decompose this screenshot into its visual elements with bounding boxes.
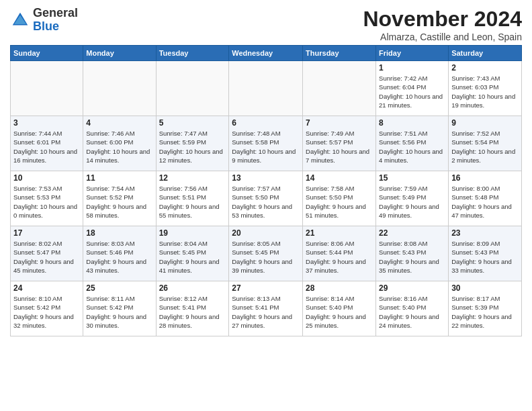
calendar-week-5: 24Sunrise: 8:10 AM Sunset: 5:42 PM Dayli…	[11, 281, 522, 336]
logo: General Blue	[10, 7, 78, 34]
day-number: 6	[232, 118, 300, 128]
calendar-cell: 25Sunrise: 8:11 AM Sunset: 5:42 PM Dayli…	[83, 281, 156, 336]
day-number: 14	[306, 173, 373, 183]
calendar-week-2: 3Sunrise: 7:44 AM Sunset: 6:01 PM Daylig…	[11, 116, 522, 171]
calendar-cell: 15Sunrise: 7:59 AM Sunset: 5:49 PM Dayli…	[376, 171, 449, 226]
day-info: Sunrise: 8:10 AM Sunset: 5:42 PM Dayligh…	[13, 294, 80, 330]
day-info: Sunrise: 7:54 AM Sunset: 5:52 PM Dayligh…	[86, 184, 152, 220]
day-number: 20	[232, 228, 300, 238]
calendar-cell: 9Sunrise: 7:52 AM Sunset: 5:54 PM Daylig…	[449, 116, 522, 171]
calendar-cell: 30Sunrise: 8:17 AM Sunset: 5:39 PM Dayli…	[449, 281, 522, 336]
page-header: General Blue November 2024 Almarza, Cast…	[10, 7, 522, 42]
calendar-cell: 11Sunrise: 7:54 AM Sunset: 5:52 PM Dayli…	[83, 171, 156, 226]
calendar-cell: 4Sunrise: 7:46 AM Sunset: 6:00 PM Daylig…	[83, 116, 156, 171]
calendar-table: Sunday Monday Tuesday Wednesday Thursday…	[10, 45, 522, 336]
calendar-cell: 24Sunrise: 8:10 AM Sunset: 5:42 PM Dayli…	[11, 281, 83, 336]
day-number: 7	[306, 118, 373, 128]
day-number: 23	[451, 228, 519, 238]
day-info: Sunrise: 8:13 AM Sunset: 5:41 PM Dayligh…	[232, 294, 300, 330]
page-container: General Blue November 2024 Almarza, Cast…	[0, 0, 532, 340]
day-number: 30	[451, 283, 519, 293]
day-number: 9	[451, 118, 519, 128]
day-info: Sunrise: 7:44 AM Sunset: 6:01 PM Dayligh…	[13, 129, 80, 165]
day-info: Sunrise: 7:57 AM Sunset: 5:50 PM Dayligh…	[232, 184, 300, 220]
calendar-cell: 13Sunrise: 7:57 AM Sunset: 5:50 PM Dayli…	[229, 171, 303, 226]
day-number: 13	[232, 173, 300, 183]
day-number: 28	[306, 283, 373, 293]
day-number: 17	[13, 228, 80, 238]
day-info: Sunrise: 7:46 AM Sunset: 6:00 PM Dayligh…	[86, 129, 152, 165]
day-info: Sunrise: 7:47 AM Sunset: 5:59 PM Dayligh…	[159, 129, 226, 165]
day-number: 11	[86, 173, 152, 183]
calendar-week-3: 10Sunrise: 7:53 AM Sunset: 5:53 PM Dayli…	[11, 171, 522, 226]
day-info: Sunrise: 7:52 AM Sunset: 5:54 PM Dayligh…	[451, 129, 519, 165]
header-wednesday: Wednesday	[229, 46, 303, 61]
day-number: 24	[13, 283, 80, 293]
calendar-cell: 8Sunrise: 7:51 AM Sunset: 5:56 PM Daylig…	[376, 116, 449, 171]
calendar-cell: 6Sunrise: 7:48 AM Sunset: 5:58 PM Daylig…	[229, 116, 303, 171]
day-info: Sunrise: 7:51 AM Sunset: 5:56 PM Dayligh…	[379, 129, 445, 165]
day-number: 15	[379, 173, 445, 183]
day-number: 25	[86, 283, 152, 293]
day-info: Sunrise: 7:59 AM Sunset: 5:49 PM Dayligh…	[379, 184, 445, 220]
day-info: Sunrise: 8:00 AM Sunset: 5:48 PM Dayligh…	[451, 184, 519, 220]
calendar-cell: 20Sunrise: 8:05 AM Sunset: 5:45 PM Dayli…	[229, 226, 303, 281]
calendar-cell: 18Sunrise: 8:03 AM Sunset: 5:46 PM Dayli…	[83, 226, 156, 281]
day-number: 16	[451, 173, 519, 183]
day-info: Sunrise: 7:42 AM Sunset: 6:04 PM Dayligh…	[379, 74, 445, 109]
calendar-week-4: 17Sunrise: 8:02 AM Sunset: 5:47 PM Dayli…	[11, 226, 522, 281]
month-title: November 2024	[363, 7, 522, 32]
calendar-cell: 7Sunrise: 7:49 AM Sunset: 5:57 PM Daylig…	[303, 116, 376, 171]
day-info: Sunrise: 8:16 AM Sunset: 5:40 PM Dayligh…	[379, 294, 445, 330]
day-number: 12	[159, 173, 226, 183]
day-info: Sunrise: 7:43 AM Sunset: 6:03 PM Dayligh…	[451, 74, 519, 109]
day-info: Sunrise: 8:17 AM Sunset: 5:39 PM Dayligh…	[451, 294, 519, 330]
calendar-cell: 2Sunrise: 7:43 AM Sunset: 6:03 PM Daylig…	[449, 61, 522, 116]
day-number: 27	[232, 283, 300, 293]
day-number: 21	[306, 228, 373, 238]
calendar-cell: 10Sunrise: 7:53 AM Sunset: 5:53 PM Dayli…	[11, 171, 83, 226]
calendar-cell: 5Sunrise: 7:47 AM Sunset: 5:59 PM Daylig…	[156, 116, 229, 171]
header-monday: Monday	[83, 46, 156, 61]
header-sunday: Sunday	[11, 46, 83, 61]
calendar-cell: 14Sunrise: 7:58 AM Sunset: 5:50 PM Dayli…	[303, 171, 376, 226]
day-info: Sunrise: 8:03 AM Sunset: 5:46 PM Dayligh…	[86, 239, 152, 275]
day-info: Sunrise: 8:04 AM Sunset: 5:45 PM Dayligh…	[159, 239, 226, 275]
day-info: Sunrise: 8:05 AM Sunset: 5:45 PM Dayligh…	[232, 239, 300, 275]
title-block: November 2024 Almarza, Castille and Leon…	[363, 7, 522, 42]
day-number: 8	[379, 118, 445, 128]
day-info: Sunrise: 8:08 AM Sunset: 5:43 PM Dayligh…	[379, 239, 445, 275]
location-subtitle: Almarza, Castille and Leon, Spain	[363, 32, 522, 42]
day-number: 18	[86, 228, 152, 238]
day-info: Sunrise: 7:48 AM Sunset: 5:58 PM Dayligh…	[232, 129, 300, 165]
day-number: 22	[379, 228, 445, 238]
day-number: 1	[379, 63, 445, 73]
day-info: Sunrise: 8:02 AM Sunset: 5:47 PM Dayligh…	[13, 239, 80, 275]
day-info: Sunrise: 8:11 AM Sunset: 5:42 PM Dayligh…	[86, 294, 152, 330]
calendar-cell: 26Sunrise: 8:12 AM Sunset: 5:41 PM Dayli…	[156, 281, 229, 336]
header-tuesday: Tuesday	[156, 46, 229, 61]
calendar-cell: 19Sunrise: 8:04 AM Sunset: 5:45 PM Dayli…	[156, 226, 229, 281]
calendar-cell: 1Sunrise: 7:42 AM Sunset: 6:04 PM Daylig…	[376, 61, 449, 116]
calendar-cell: 22Sunrise: 8:08 AM Sunset: 5:43 PM Dayli…	[376, 226, 449, 281]
calendar-header-row: Sunday Monday Tuesday Wednesday Thursday…	[11, 46, 522, 61]
day-number: 5	[159, 118, 226, 128]
header-thursday: Thursday	[303, 46, 376, 61]
logo-blue: Blue	[33, 19, 59, 33]
calendar-cell: 23Sunrise: 8:09 AM Sunset: 5:43 PM Dayli…	[449, 226, 522, 281]
calendar-cell	[156, 61, 229, 116]
calendar-cell: 16Sunrise: 8:00 AM Sunset: 5:48 PM Dayli…	[449, 171, 522, 226]
logo-icon	[10, 10, 30, 30]
day-info: Sunrise: 7:58 AM Sunset: 5:50 PM Dayligh…	[306, 184, 373, 220]
logo-text: General Blue	[33, 7, 78, 34]
day-number: 3	[13, 118, 80, 128]
calendar-cell: 3Sunrise: 7:44 AM Sunset: 6:01 PM Daylig…	[11, 116, 83, 171]
calendar-cell: 17Sunrise: 8:02 AM Sunset: 5:47 PM Dayli…	[11, 226, 83, 281]
calendar-cell	[83, 61, 156, 116]
calendar-cell: 29Sunrise: 8:16 AM Sunset: 5:40 PM Dayli…	[376, 281, 449, 336]
day-info: Sunrise: 8:12 AM Sunset: 5:41 PM Dayligh…	[159, 294, 226, 330]
day-info: Sunrise: 7:56 AM Sunset: 5:51 PM Dayligh…	[159, 184, 226, 220]
calendar-cell: 21Sunrise: 8:06 AM Sunset: 5:44 PM Dayli…	[303, 226, 376, 281]
day-number: 2	[451, 63, 519, 73]
calendar-cell	[11, 61, 83, 116]
